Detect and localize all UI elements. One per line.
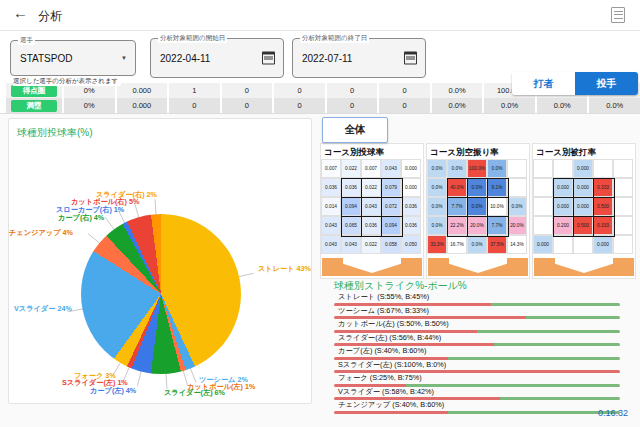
heatmap-cell: 0.0% <box>487 159 507 178</box>
heatmap-cell <box>507 159 527 178</box>
heatmap-cell <box>613 159 633 178</box>
situation-badge[interactable]: 得点圏 <box>11 85 57 97</box>
heatmap-cell: 20.0% <box>467 216 487 235</box>
ball-bar-segment <box>477 330 620 333</box>
heatmap-cell <box>507 178 527 197</box>
heatmap-cell: 0.0% <box>427 197 447 216</box>
heatmap-cell: 22.2% <box>447 216 467 235</box>
heatmap-cell: 0.058 <box>381 235 401 254</box>
table-cell: 0 <box>220 83 273 98</box>
situation-badge[interactable]: 満塁 <box>11 100 57 112</box>
heatmap-cell: 0.022 <box>361 178 381 197</box>
heatmap-grid: 0.0000.0000.0000.3330.0000.0000.5000.200… <box>533 159 633 254</box>
heatmap-cell: 0.043 <box>361 197 381 216</box>
table-cell: 0 <box>272 98 325 113</box>
batter-pitcher-toggle: 打者 投手 <box>512 72 638 95</box>
pie-label: ストレート 43% <box>258 264 311 274</box>
heatmap-cell: 0.036 <box>341 178 361 197</box>
player-select-value: STATSPOD <box>20 53 72 64</box>
heatmap-cell: 0.500 <box>573 216 593 235</box>
analysis-screen: ← 分析 選手 STATSPOD ▼ 分析対象範囲の開始日 2022-04-11… <box>0 0 640 427</box>
heatmap-cell: 0.0% <box>427 159 447 178</box>
table-cell: 0 <box>272 83 325 98</box>
heatmap-cell: 0.0% <box>447 159 467 178</box>
table-cell: 0 <box>220 98 273 113</box>
heatmap-cell: 0.333 <box>593 178 613 197</box>
strike-ball-item: Vスライダー (S:58%, B:42%) <box>334 388 620 401</box>
home-plate-graphic <box>322 258 422 276</box>
heatmap-cell: 0.333 <box>593 216 613 235</box>
back-arrow-icon[interactable]: ← <box>13 4 28 21</box>
heatmap-cell: 0.000 <box>593 235 613 254</box>
overall-filter-button[interactable]: 全体 <box>322 117 388 143</box>
heatmap-cell <box>573 235 593 254</box>
chevron-down-icon: ▼ <box>121 55 127 61</box>
strike-ball-label: Vスライダー (S:58%, B:42%) <box>334 388 620 397</box>
table-cell: 0 <box>325 98 378 113</box>
heatmap-cell <box>593 159 613 178</box>
heatmap-cell: 0.014 <box>321 197 341 216</box>
pie-label: スライダー(右) 2% <box>96 190 157 200</box>
strike-ball-item: チェンジアップ (S:40%, B:60%) <box>334 401 620 414</box>
strike-ball-item: スライダー(左) (S:56%, B:44%) <box>334 334 620 347</box>
strike-ball-item: Sスライダー(左) (S:100%, B:0%) <box>334 361 620 374</box>
table-cell: 0% <box>62 98 115 113</box>
heatmap-cell: 0.007 <box>321 159 341 178</box>
ball-bar-segment <box>448 357 620 360</box>
heatmap-cell: 0.0% <box>507 197 527 216</box>
heatmap-cell: 0.094 <box>381 216 401 235</box>
table-cell: 0 <box>377 98 430 113</box>
tab-batter[interactable]: 打者 <box>512 72 575 95</box>
heatmap-cell: 0.036 <box>401 197 421 216</box>
heatmap-title: コース別被打率 <box>536 147 635 159</box>
player-select[interactable]: 選手 STATSPOD ▼ <box>10 40 136 76</box>
start-date-label: 分析対象範囲の開始日 <box>158 34 227 43</box>
heatmap-cell <box>613 216 633 235</box>
heatmap-cell <box>533 197 553 216</box>
heatmap-cell: 0.000 <box>401 159 421 178</box>
section-divider <box>0 113 640 114</box>
heatmap-cell <box>553 159 573 178</box>
table-cell: 0.0% <box>587 98 640 113</box>
heatmap-cell: 100.0% <box>467 159 487 178</box>
heatmap-card: コース別空振り率0.0%0.0%100.0%0.0%0.0%40.0%0.0%9… <box>426 143 530 279</box>
heatmap-cell: 0.007 <box>361 159 381 178</box>
strike-ball-item: フォーク (S:25%, B:75%) <box>334 374 620 387</box>
strike-ball-item: ツーシーム (S:67%, B:33%) <box>334 307 620 320</box>
heatmap-cell: 0.094 <box>341 197 361 216</box>
strike-ball-label: ストレート (S:55%, B:45%) <box>334 293 620 302</box>
heatmap-cell: 0.0% <box>467 178 487 197</box>
strike-ball-label: スライダー(左) (S:56%, B:44%) <box>334 334 620 343</box>
heatmap-cell: 0.036 <box>321 178 341 197</box>
start-date-field[interactable]: 分析対象範囲の開始日 2022-04-11 <box>150 38 284 78</box>
table-cell: 0 <box>167 98 220 113</box>
heatmap-cell: 10.0% <box>487 197 507 216</box>
heatmap-cell <box>533 216 553 235</box>
heatmap-cell: 0.0% <box>427 178 447 197</box>
ball-bar-segment <box>494 343 620 346</box>
strike-bar-segment <box>334 411 448 414</box>
table-cell: 0.000 <box>115 98 168 113</box>
heatmap-cell: 7.7% <box>447 197 467 216</box>
version-label: 0.16.32 <box>598 408 628 418</box>
heatmap-cell: 0.0% <box>467 197 487 216</box>
pitch-type-pie-card: 球種別投球率(%) ストレート 43%ツーシーム 2%カットボール(左) 1%ス… <box>8 118 312 404</box>
pie-label: Vスライダー 24% <box>14 304 72 314</box>
table-cell: 1 <box>167 83 220 98</box>
heatmap-card: コース別投球率0.0070.0220.0070.0430.0000.0360.0… <box>320 143 424 279</box>
ball-bar-segment <box>406 384 621 387</box>
end-date-field[interactable]: 分析対象範囲の終了日 2022-07-11 <box>292 38 426 78</box>
calendar-icon[interactable] <box>262 52 275 65</box>
document-list-icon[interactable] <box>611 7 625 23</box>
tab-pitcher[interactable]: 投手 <box>575 72 638 95</box>
calendar-icon[interactable] <box>404 52 417 65</box>
ball-bar-segment <box>448 411 620 414</box>
strike-ball-title: 球種別ストライク%-ボール% <box>334 279 467 293</box>
heatmap-cell: 0.0% <box>427 216 447 235</box>
app-header: ← 分析 <box>0 0 640 31</box>
strike-ball-list: ストレート (S:55%, B:45%)ツーシーム (S:67%, B:33%)… <box>334 293 620 415</box>
pie-chart <box>81 214 241 374</box>
home-plate-graphic <box>534 258 634 276</box>
ball-bar-segment <box>500 397 620 400</box>
heatmap-title: コース別空振り率 <box>430 147 529 159</box>
